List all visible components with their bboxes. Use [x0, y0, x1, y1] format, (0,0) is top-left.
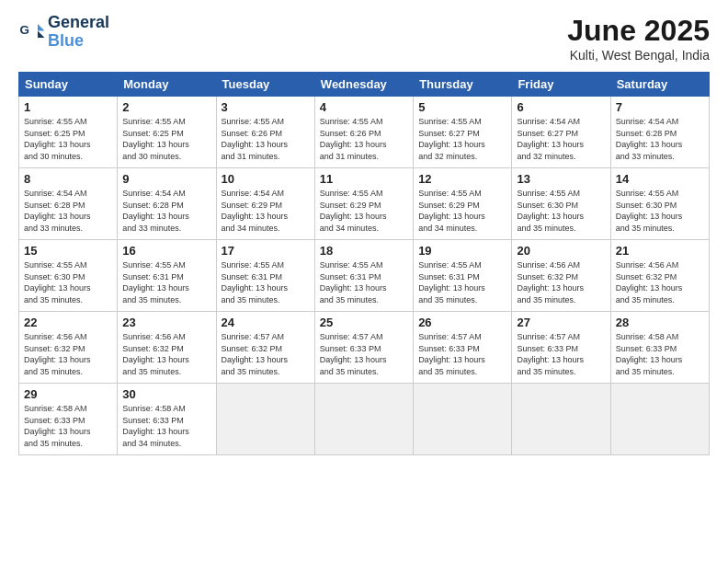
calendar-day-17: 17Sunrise: 4:55 AM Sunset: 6:31 PM Dayli… [216, 240, 314, 312]
day-number: 16 [122, 244, 210, 258]
calendar-day-14: 14Sunrise: 4:55 AM Sunset: 6:30 PM Dayli… [610, 168, 709, 240]
calendar-page: G General Blue June 2025 Kulti, West Ben… [0, 0, 728, 563]
day-number: 27 [517, 316, 605, 329]
calendar-day-12: 12Sunrise: 4:55 AM Sunset: 6:29 PM Dayli… [414, 168, 512, 240]
calendar-day-18: 18Sunrise: 4:55 AM Sunset: 6:31 PM Dayli… [314, 240, 413, 312]
calendar-day-2: 2Sunrise: 4:55 AM Sunset: 6:25 PM Daylig… [118, 97, 216, 168]
day-number: 2 [122, 100, 210, 114]
calendar-day-6: 6Sunrise: 4:54 AM Sunset: 6:27 PM Daylig… [512, 97, 610, 168]
logo: G General Blue [18, 14, 109, 51]
day-number: 23 [122, 316, 210, 329]
day-info: Sunrise: 4:55 AM Sunset: 6:29 PM Dayligh… [320, 188, 408, 234]
day-info: Sunrise: 4:55 AM Sunset: 6:31 PM Dayligh… [418, 259, 506, 305]
calendar-week-5: 29Sunrise: 4:58 AM Sunset: 6:33 PM Dayli… [19, 384, 710, 455]
calendar-day-10: 10Sunrise: 4:54 AM Sunset: 6:29 PM Dayli… [216, 168, 314, 240]
day-number: 15 [24, 244, 112, 258]
day-number: 25 [320, 316, 408, 329]
calendar-table: SundayMondayTuesdayWednesdayThursdayFrid… [18, 72, 710, 455]
day-number: 6 [517, 100, 605, 114]
day-number: 28 [616, 316, 704, 329]
day-info: Sunrise: 4:55 AM Sunset: 6:31 PM Dayligh… [122, 259, 210, 305]
calendar-day-24: 24Sunrise: 4:57 AM Sunset: 6:32 PM Dayli… [216, 312, 314, 384]
day-number: 10 [222, 172, 310, 186]
calendar-empty [512, 384, 610, 455]
calendar-day-27: 27Sunrise: 4:57 AM Sunset: 6:33 PM Dayli… [512, 312, 610, 384]
day-info: Sunrise: 4:54 AM Sunset: 6:28 PM Dayligh… [122, 188, 210, 234]
day-number: 8 [24, 172, 112, 186]
svg-text:G: G [20, 22, 30, 36]
day-number: 12 [418, 172, 506, 186]
day-header-sunday: Sunday [19, 73, 118, 97]
calendar-week-4: 22Sunrise: 4:56 AM Sunset: 6:32 PM Dayli… [19, 312, 710, 384]
day-number: 5 [418, 100, 506, 114]
calendar-header-row: SundayMondayTuesdayWednesdayThursdayFrid… [19, 73, 710, 97]
day-number: 1 [24, 100, 112, 114]
day-info: Sunrise: 4:54 AM Sunset: 6:29 PM Dayligh… [222, 188, 310, 234]
logo-icon: G [18, 18, 46, 46]
day-info: Sunrise: 4:54 AM Sunset: 6:28 PM Dayligh… [24, 188, 112, 234]
month-title: June 2025 [567, 14, 710, 48]
title-area: June 2025 Kulti, West Bengal, India [567, 14, 710, 63]
day-info: Sunrise: 4:58 AM Sunset: 6:33 PM Dayligh… [24, 403, 112, 449]
calendar-day-22: 22Sunrise: 4:56 AM Sunset: 6:32 PM Dayli… [19, 312, 118, 384]
calendar-empty [216, 384, 314, 455]
day-info: Sunrise: 4:55 AM Sunset: 6:29 PM Dayligh… [418, 188, 506, 234]
day-number: 3 [222, 100, 310, 114]
calendar-day-28: 28Sunrise: 4:58 AM Sunset: 6:33 PM Dayli… [610, 312, 709, 384]
day-info: Sunrise: 4:58 AM Sunset: 6:33 PM Dayligh… [122, 403, 210, 449]
calendar-day-11: 11Sunrise: 4:55 AM Sunset: 6:29 PM Dayli… [314, 168, 413, 240]
day-info: Sunrise: 4:56 AM Sunset: 6:32 PM Dayligh… [24, 331, 112, 377]
day-info: Sunrise: 4:55 AM Sunset: 6:25 PM Dayligh… [122, 116, 210, 162]
header: G General Blue June 2025 Kulti, West Ben… [18, 14, 710, 63]
day-info: Sunrise: 4:55 AM Sunset: 6:26 PM Dayligh… [222, 116, 310, 162]
calendar-empty [314, 384, 413, 455]
day-number: 30 [122, 387, 210, 401]
day-info: Sunrise: 4:56 AM Sunset: 6:32 PM Dayligh… [616, 259, 704, 305]
day-number: 18 [320, 244, 408, 258]
day-info: Sunrise: 4:55 AM Sunset: 6:30 PM Dayligh… [616, 188, 704, 234]
calendar-week-2: 8Sunrise: 4:54 AM Sunset: 6:28 PM Daylig… [19, 168, 710, 240]
day-number: 13 [517, 172, 605, 186]
day-number: 9 [122, 172, 210, 186]
day-number: 29 [24, 387, 112, 401]
day-number: 24 [222, 316, 310, 329]
day-header-friday: Friday [512, 73, 610, 97]
day-info: Sunrise: 4:57 AM Sunset: 6:33 PM Dayligh… [517, 331, 605, 377]
day-info: Sunrise: 4:57 AM Sunset: 6:33 PM Dayligh… [320, 331, 408, 377]
day-header-saturday: Saturday [610, 73, 709, 97]
calendar-day-23: 23Sunrise: 4:56 AM Sunset: 6:32 PM Dayli… [118, 312, 216, 384]
logo-text: General Blue [48, 14, 109, 51]
calendar-day-7: 7Sunrise: 4:54 AM Sunset: 6:28 PM Daylig… [610, 97, 709, 168]
day-info: Sunrise: 4:56 AM Sunset: 6:32 PM Dayligh… [122, 331, 210, 377]
calendar-body: 1Sunrise: 4:55 AM Sunset: 6:25 PM Daylig… [19, 97, 710, 455]
day-info: Sunrise: 4:54 AM Sunset: 6:27 PM Dayligh… [517, 116, 605, 162]
calendar-day-15: 15Sunrise: 4:55 AM Sunset: 6:30 PM Dayli… [19, 240, 118, 312]
calendar-day-20: 20Sunrise: 4:56 AM Sunset: 6:32 PM Dayli… [512, 240, 610, 312]
day-info: Sunrise: 4:55 AM Sunset: 6:27 PM Dayligh… [418, 116, 506, 162]
day-info: Sunrise: 4:54 AM Sunset: 6:28 PM Dayligh… [616, 116, 704, 162]
calendar-day-29: 29Sunrise: 4:58 AM Sunset: 6:33 PM Dayli… [19, 384, 118, 455]
day-info: Sunrise: 4:55 AM Sunset: 6:31 PM Dayligh… [320, 259, 408, 305]
calendar-day-25: 25Sunrise: 4:57 AM Sunset: 6:33 PM Dayli… [314, 312, 413, 384]
calendar-empty [610, 384, 709, 455]
day-info: Sunrise: 4:57 AM Sunset: 6:33 PM Dayligh… [418, 331, 506, 377]
day-number: 20 [517, 244, 605, 258]
day-number: 4 [320, 100, 408, 114]
day-number: 17 [222, 244, 310, 258]
calendar-day-8: 8Sunrise: 4:54 AM Sunset: 6:28 PM Daylig… [19, 168, 118, 240]
day-header-thursday: Thursday [414, 73, 512, 97]
svg-marker-1 [38, 24, 45, 31]
calendar-day-4: 4Sunrise: 4:55 AM Sunset: 6:26 PM Daylig… [314, 97, 413, 168]
calendar-week-1: 1Sunrise: 4:55 AM Sunset: 6:25 PM Daylig… [19, 97, 710, 168]
day-info: Sunrise: 4:55 AM Sunset: 6:25 PM Dayligh… [24, 116, 112, 162]
day-number: 21 [616, 244, 704, 258]
calendar-day-21: 21Sunrise: 4:56 AM Sunset: 6:32 PM Dayli… [610, 240, 709, 312]
day-info: Sunrise: 4:57 AM Sunset: 6:32 PM Dayligh… [222, 331, 310, 377]
calendar-day-16: 16Sunrise: 4:55 AM Sunset: 6:31 PM Dayli… [118, 240, 216, 312]
calendar-week-3: 15Sunrise: 4:55 AM Sunset: 6:30 PM Dayli… [19, 240, 710, 312]
day-header-wednesday: Wednesday [314, 73, 413, 97]
day-info: Sunrise: 4:55 AM Sunset: 6:30 PM Dayligh… [517, 188, 605, 234]
day-info: Sunrise: 4:55 AM Sunset: 6:31 PM Dayligh… [222, 259, 310, 305]
day-number: 26 [418, 316, 506, 329]
day-info: Sunrise: 4:58 AM Sunset: 6:33 PM Dayligh… [616, 331, 704, 377]
